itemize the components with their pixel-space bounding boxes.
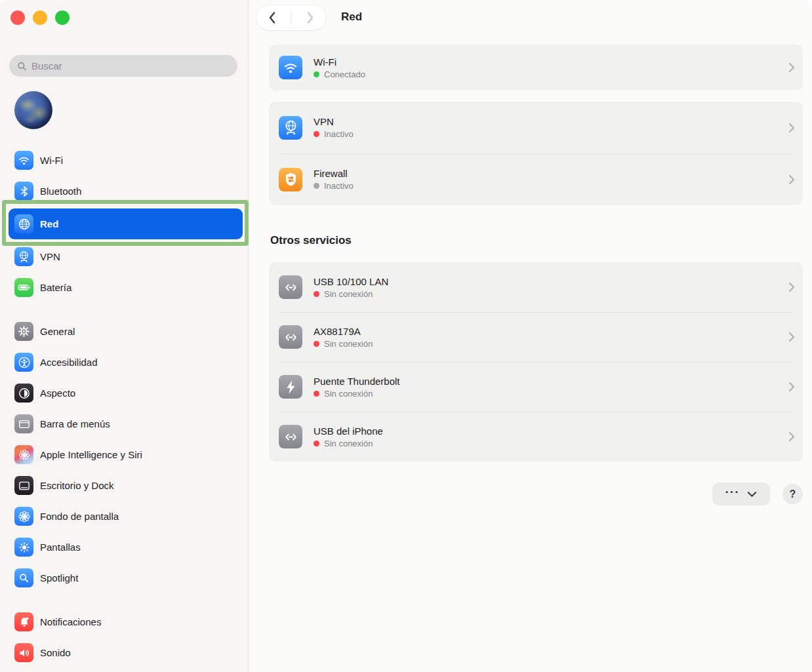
wifi-icon bbox=[14, 151, 33, 170]
ethernet-icon bbox=[279, 425, 302, 448]
wifi-icon bbox=[279, 56, 302, 79]
wifi-card: Wi-Fi Conectado bbox=[269, 45, 803, 90]
sidebar-item-label: Accesibilidad bbox=[40, 357, 98, 368]
window-controls bbox=[10, 10, 70, 25]
sidebar-item-general[interactable]: General bbox=[9, 318, 243, 345]
chevron-right-icon bbox=[788, 282, 795, 292]
sidebar-item-aspecto[interactable]: Aspecto bbox=[9, 380, 243, 406]
help-button[interactable]: ? bbox=[782, 484, 803, 504]
row-status: Sin conexión bbox=[314, 439, 383, 448]
zoom-window-button[interactable] bbox=[55, 10, 70, 25]
spotlight-icon bbox=[14, 568, 33, 587]
gear-icon bbox=[14, 322, 33, 341]
sidebar-item-label: Wi-Fi bbox=[40, 155, 63, 166]
system-settings-window: Wi-Fi Bluetooth Red VPN bbox=[0, 0, 812, 672]
sidebar-item-label: Red bbox=[40, 218, 58, 229]
accessibility-icon bbox=[14, 353, 33, 372]
sidebar-item-notificaciones[interactable]: Notificaciones bbox=[9, 608, 243, 635]
sidebar-item-label: Aspecto bbox=[40, 387, 75, 399]
sidebar-item-label: Pantallas bbox=[40, 542, 81, 553]
sidebar-item-bluetooth[interactable]: Bluetooth bbox=[9, 178, 243, 205]
status-dot-red bbox=[314, 391, 319, 397]
minimize-window-button[interactable] bbox=[33, 10, 47, 25]
row-title: Firewall bbox=[314, 168, 354, 179]
chevron-down-icon bbox=[747, 491, 757, 498]
row-title: AX88179A bbox=[314, 326, 373, 337]
sidebar-item-label: Sonido bbox=[40, 647, 71, 658]
sidebar-item-accesibilidad[interactable]: Accesibilidad bbox=[9, 349, 243, 376]
iphone-usb-row[interactable]: USB del iPhone Sin conexión bbox=[269, 412, 803, 462]
vpn-globe-icon bbox=[279, 116, 302, 140]
usb-lan-row[interactable]: USB 10/100 LAN Sin conexión bbox=[269, 262, 803, 312]
search-icon bbox=[17, 61, 27, 71]
chevron-right-icon bbox=[788, 431, 795, 442]
footer-controls: ··· ? bbox=[712, 483, 803, 505]
row-status: Sin conexión bbox=[314, 389, 400, 399]
sidebar-item-label: Bluetooth bbox=[40, 186, 81, 197]
ethernet-icon bbox=[279, 325, 302, 349]
sidebar-item-label: VPN bbox=[40, 251, 60, 262]
sun-icon bbox=[14, 538, 33, 557]
sidebar-item-wifi[interactable]: Wi-Fi bbox=[9, 147, 243, 174]
sidebar-item-red[interactable]: Red bbox=[9, 208, 243, 239]
ellipsis-icon: ··· bbox=[725, 489, 740, 500]
sidebar-item-vpn[interactable]: VPN bbox=[9, 243, 243, 270]
chevron-left-icon bbox=[268, 11, 276, 24]
chevron-right-icon bbox=[788, 62, 795, 73]
status-dot-red bbox=[314, 341, 319, 347]
globe-icon bbox=[14, 214, 33, 233]
nav-divider bbox=[291, 10, 291, 25]
menubar-icon bbox=[14, 414, 33, 433]
appearance-icon bbox=[14, 384, 33, 403]
back-button[interactable] bbox=[259, 5, 285, 30]
sidebar-item-pantallas[interactable]: Pantallas bbox=[9, 534, 243, 561]
chevron-right-icon bbox=[306, 11, 314, 24]
bell-icon bbox=[14, 612, 33, 631]
firewall-row[interactable]: Firewall Inactivo bbox=[269, 153, 803, 205]
row-title: Puente Thunderbolt bbox=[314, 376, 400, 387]
nav-group-gap bbox=[0, 595, 248, 604]
status-dot-gray bbox=[314, 183, 319, 189]
chevron-right-icon bbox=[788, 123, 795, 133]
close-window-button[interactable] bbox=[10, 10, 25, 25]
sidebar-item-label: General bbox=[40, 326, 75, 337]
thunderbolt-icon bbox=[279, 375, 302, 399]
row-title: USB 10/100 LAN bbox=[314, 276, 388, 287]
speaker-icon bbox=[14, 643, 33, 662]
more-options-button[interactable]: ··· bbox=[712, 483, 770, 505]
forward-button[interactable] bbox=[297, 5, 323, 30]
nav-group-gap bbox=[0, 305, 248, 314]
ax88179a-row[interactable]: AX88179A Sin conexión bbox=[269, 312, 803, 362]
battery-icon bbox=[14, 278, 33, 297]
chevron-right-icon bbox=[788, 332, 795, 342]
main-pane: Red Wi-Fi Conectado bbox=[249, 0, 812, 672]
sidebar-item-label: Fondo de pantalla bbox=[40, 511, 119, 522]
row-title: Wi-Fi bbox=[314, 56, 365, 68]
firewall-shield-icon bbox=[279, 168, 302, 191]
row-title: VPN bbox=[314, 116, 354, 127]
sidebar-item-label: Escritorio y Dock bbox=[40, 480, 114, 491]
sidebar-item-escritorio-y-dock[interactable]: Escritorio y Dock bbox=[9, 472, 243, 499]
wifi-row[interactable]: Wi-Fi Conectado bbox=[269, 45, 803, 90]
history-nav bbox=[256, 5, 326, 30]
sidebar-item-spotlight[interactable]: Spotlight bbox=[9, 564, 243, 591]
question-mark-icon: ? bbox=[790, 488, 796, 500]
bluetooth-icon bbox=[14, 182, 33, 201]
row-status: Sin conexión bbox=[314, 289, 388, 299]
sidebar-item-bateria[interactable]: Batería bbox=[9, 274, 243, 301]
earth-avatar[interactable] bbox=[14, 91, 52, 129]
search-input[interactable] bbox=[31, 60, 230, 71]
wallpaper-icon bbox=[14, 507, 33, 526]
sidebar-item-label: Notificaciones bbox=[40, 616, 101, 627]
vpn-row[interactable]: VPN Inactivo bbox=[269, 102, 803, 153]
status-dot-red bbox=[314, 441, 319, 446]
status-dot-green bbox=[314, 71, 319, 77]
row-status: Inactivo bbox=[314, 181, 354, 191]
sidebar-item-apple-intelligence-siri[interactable]: Apple Intelligence y Siri bbox=[9, 441, 243, 468]
search-field[interactable] bbox=[9, 55, 237, 77]
sidebar-item-sonido[interactable]: Sonido bbox=[9, 639, 243, 666]
sidebar-item-fondo-de-pantalla[interactable]: Fondo de pantalla bbox=[9, 503, 243, 530]
ethernet-icon bbox=[279, 275, 302, 299]
sidebar-item-barra-de-menus[interactable]: Barra de menús bbox=[9, 410, 243, 437]
thunderbolt-bridge-row[interactable]: Puente Thunderbolt Sin conexión bbox=[269, 362, 803, 412]
